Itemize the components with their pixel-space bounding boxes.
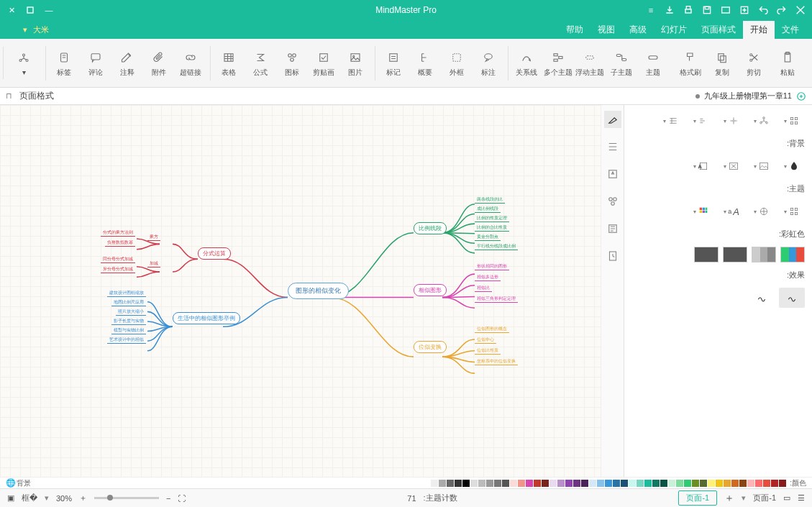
tab-slideshow[interactable]: 幻灯片: [654, 21, 694, 39]
leaf[interactable]: 位似图形的概念: [475, 326, 509, 333]
ribbon-topic[interactable]: 主题: [638, 46, 668, 81]
color-swatch[interactable]: [526, 480, 533, 487]
leaf[interactable]: 异分母分式加减: [101, 266, 135, 273]
color-swatch[interactable]: [731, 480, 739, 487]
leaf[interactable]: 平行线分线段成比例: [475, 243, 518, 250]
ribbon-layout[interactable]: ▾: [6, 47, 41, 79]
leaf[interactable]: 相似三角形判定定理: [475, 296, 518, 303]
canvas[interactable]: 图形的相似变化 比例线段 相似图形 位似变换 两条线段的比 成比例线段 比例的性…: [0, 105, 601, 488]
leaf[interactable]: 地图比例尺应用: [111, 299, 146, 306]
color-swatch[interactable]: [629, 480, 636, 487]
theme-style-btn[interactable]: ▾: [779, 201, 805, 221]
ribbon-subtopic[interactable]: 子主题: [606, 46, 637, 81]
color-swatch[interactable]: [684, 480, 691, 487]
ribbon-picture[interactable]: 图片: [340, 46, 370, 81]
ribbon-icon[interactable]: 图标: [277, 46, 307, 81]
color-swatch[interactable]: [534, 480, 541, 487]
more-icon[interactable]: ≡: [644, 3, 658, 17]
ribbon-copy[interactable]: 复制: [707, 46, 737, 81]
color-swatch[interactable]: [557, 480, 565, 487]
ribbon-formula[interactable]: 公式: [245, 46, 275, 81]
effect-normal[interactable]: [749, 288, 775, 308]
layout-btn-3[interactable]: ▾: [719, 111, 744, 131]
new-icon[interactable]: [737, 3, 752, 17]
node-center[interactable]: 图形的相似变化: [288, 283, 349, 299]
color-swatch[interactable]: [724, 480, 731, 487]
ribbon-float-topic[interactable]: 浮动主题: [575, 46, 605, 81]
color-swatch[interactable]: [597, 480, 604, 487]
color-swatch[interactable]: [605, 480, 612, 487]
maximize-icon[interactable]: [23, 3, 37, 17]
ribbon-relation[interactable]: 关系线: [511, 46, 542, 81]
leaf[interactable]: 黄金分割点: [475, 234, 501, 241]
leaf[interactable]: 形状相同的图形: [475, 263, 509, 270]
layout-btn-2[interactable]: ▾: [749, 111, 775, 131]
color-swatch[interactable]: [779, 480, 786, 487]
zoom-in-icon[interactable]: ＋: [79, 493, 87, 503]
side-history-icon[interactable]: [604, 247, 621, 265]
color-swatch[interactable]: [518, 480, 525, 487]
color-swatch[interactable]: [676, 480, 683, 487]
ribbon-comment[interactable]: 评论: [81, 46, 111, 81]
tab-advanced[interactable]: 高级: [622, 21, 654, 39]
color-swatch[interactable]: [700, 480, 707, 487]
save-icon[interactable]: [700, 3, 714, 17]
color-swatch[interactable]: [439, 480, 446, 487]
status-page-tab[interactable]: 页面-1: [678, 490, 717, 506]
bg-color-btn[interactable]: ▾: [779, 156, 805, 176]
color-swatch[interactable]: [542, 480, 549, 487]
layout-btn-4[interactable]: ▾: [688, 111, 714, 131]
color-swatch[interactable]: [716, 480, 723, 487]
globe-icon[interactable]: 🌐: [6, 478, 16, 488]
color-swatch[interactable]: [478, 480, 485, 487]
fullscreen-icon[interactable]: ▣: [7, 493, 14, 503]
leaf[interactable]: 相似多边形: [475, 274, 501, 281]
tab-view[interactable]: 视图: [590, 21, 622, 39]
ribbon-attachment[interactable]: 附件: [144, 46, 174, 81]
color-swatch[interactable]: [621, 480, 628, 487]
fit-page-icon[interactable]: ⛶: [178, 494, 186, 503]
color-swatch[interactable]: [692, 480, 699, 487]
bg-remove-btn[interactable]: ▾: [719, 156, 744, 176]
leaf[interactable]: 照片放大缩小: [116, 309, 146, 316]
side-icon-icon[interactable]: [604, 165, 621, 183]
tab-help[interactable]: 帮助: [559, 21, 590, 39]
theme-font-btn[interactable]: Aa▾: [719, 201, 744, 221]
fit-width-icon[interactable]: �框: [22, 493, 37, 503]
layout-btn-1[interactable]: ▾: [779, 111, 805, 131]
add-page-icon[interactable]: ＋: [724, 492, 734, 505]
redo-icon[interactable]: [775, 3, 789, 17]
effect-handdrawn[interactable]: [779, 288, 805, 308]
leaf[interactable]: 成比例线段: [475, 206, 501, 213]
color-swatch[interactable]: [708, 480, 715, 487]
zoom-out-icon[interactable]: −: [166, 494, 170, 503]
ribbon-cut[interactable]: 剪切: [739, 46, 769, 81]
leaf[interactable]: 负整数指数幂: [105, 239, 135, 247]
side-format-icon[interactable]: [604, 111, 621, 128]
node-left-0[interactable]: 分式运算: [198, 247, 231, 260]
color-swatch[interactable]: [763, 480, 770, 487]
side-outline-icon[interactable]: [604, 138, 621, 155]
color-swatch[interactable]: [644, 480, 652, 487]
leaf[interactable]: 建筑设计图纸缩放: [107, 290, 146, 297]
view-page-icon[interactable]: ▭: [783, 493, 790, 503]
ribbon-summary[interactable]: 概要: [410, 46, 440, 81]
tab-page-style[interactable]: 页面样式: [694, 21, 743, 39]
color-swatch[interactable]: [755, 480, 762, 487]
color-swatch[interactable]: [447, 480, 454, 487]
side-task-icon[interactable]: [604, 220, 621, 237]
leaf[interactable]: 位似中心: [475, 337, 496, 344]
color-swatch[interactable]: [747, 480, 754, 487]
open-icon[interactable]: [719, 3, 733, 17]
node-right-2[interactable]: 位似变换: [414, 341, 447, 353]
leaf[interactable]: 乘方: [147, 234, 160, 241]
leaf[interactable]: 坐标系中的位似变换: [475, 358, 518, 365]
color-swatch[interactable]: [510, 480, 517, 487]
color-swatch[interactable]: [637, 480, 644, 487]
ribbon-table[interactable]: 表格: [214, 46, 244, 81]
tab-file[interactable]: 文件: [775, 21, 806, 39]
bg-watermark-btn[interactable]: A▾: [688, 156, 714, 176]
color-swatch[interactable]: [668, 480, 675, 487]
ribbon-paste[interactable]: 粘贴: [770, 46, 805, 81]
leaf[interactable]: 影子长度与实物: [111, 318, 146, 325]
